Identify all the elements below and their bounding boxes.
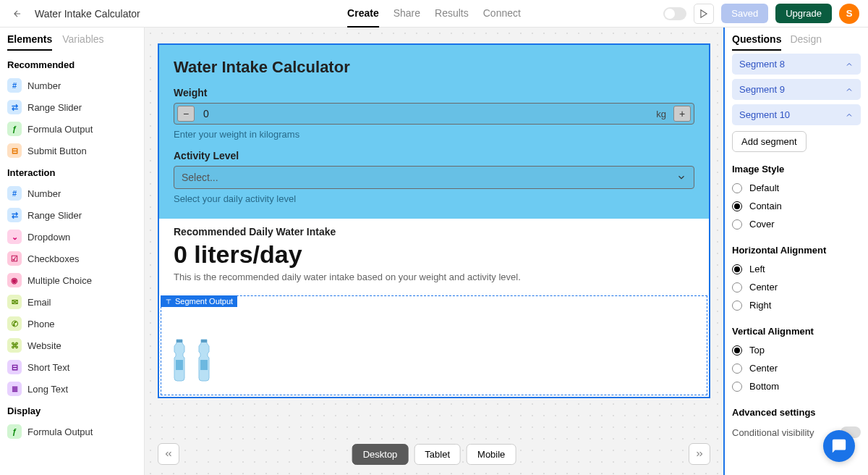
radio-label: Cover	[749, 219, 775, 230]
element-label: Range Slider	[27, 210, 82, 221]
segment-list: Segment 8Segment 9Segment 10	[725, 51, 868, 125]
radio-icon	[732, 264, 742, 274]
form-canvas[interactable]: Water Intake Calculator Weight − 0 kg + …	[158, 43, 710, 398]
device-desktop[interactable]: Desktop	[352, 444, 409, 465]
right-tab-questions[interactable]: Questions	[732, 33, 781, 51]
text-icon	[165, 298, 172, 305]
left-tabs: ElementsVariables	[0, 28, 144, 51]
device-mobile[interactable]: Mobile	[467, 444, 516, 465]
main-tab-share[interactable]: Share	[393, 0, 420, 28]
back-button[interactable]	[9, 5, 26, 22]
element-label: Formula Output	[27, 426, 93, 437]
radio-icon	[732, 282, 742, 293]
phone-icon: ✆	[7, 316, 22, 331]
svg-rect-3	[200, 360, 208, 370]
main-tab-connect[interactable]: Connect	[483, 0, 521, 28]
element-item-formula-output[interactable]: ƒFormula Output	[0, 118, 144, 140]
website-icon: ⌘	[7, 338, 22, 353]
image-style-option-contain[interactable]: Contain	[725, 197, 868, 215]
radio-icon	[732, 201, 742, 211]
element-item-number[interactable]: #Number	[0, 182, 144, 204]
device-tablet[interactable]: Tablet	[414, 444, 461, 465]
element-list: Recommended#Number⇄Range SliderƒFormula …	[0, 51, 144, 475]
element-item-checkboxes[interactable]: ☑Checkboxes	[0, 248, 144, 269]
element-item-short-text[interactable]: ⊟Short Text	[0, 356, 144, 378]
chevron-down-icon	[676, 172, 686, 182]
h-align-option-right[interactable]: Right	[725, 296, 868, 314]
segment-item[interactable]: Segment 9	[732, 79, 861, 100]
element-item-formula-output[interactable]: ƒFormula Output	[0, 421, 144, 442]
radio-label: Center	[749, 363, 778, 374]
radio-icon	[732, 219, 742, 230]
canvas-prev-button[interactable]	[158, 443, 179, 465]
canvas-next-button[interactable]	[689, 443, 710, 465]
main-tab-create[interactable]: Create	[347, 0, 379, 28]
formula-icon: ƒ	[7, 424, 22, 439]
weight-input[interactable]: − 0 kg +	[174, 103, 694, 125]
svg-rect-1	[176, 360, 183, 370]
number-icon: #	[7, 78, 22, 93]
h-align-heading: Horizontal Alignment	[725, 233, 868, 260]
avatar[interactable]: S	[839, 4, 859, 24]
element-item-phone[interactable]: ✆Phone	[0, 313, 144, 335]
form-title: Water Intake Calculator	[174, 58, 694, 77]
element-item-website[interactable]: ⌘Website	[0, 335, 144, 356]
result-label: Recommended Daily Water Intake	[174, 226, 694, 238]
preview-button[interactable]	[694, 4, 714, 24]
decrement-button[interactable]: −	[177, 106, 195, 122]
main-tabs: CreateShareResultsConnect	[347, 0, 521, 28]
left-tab-variables[interactable]: Variables	[62, 33, 103, 51]
activity-help: Select your daily activity level	[174, 193, 694, 204]
left-tab-elements[interactable]: Elements	[7, 33, 52, 51]
h-align-option-center[interactable]: Center	[725, 278, 868, 296]
topbar-actions: Saved Upgrade S	[663, 4, 859, 24]
longtext-icon: ≣	[7, 382, 22, 396]
element-item-dropdown[interactable]: ⌄Dropdown	[0, 226, 144, 248]
chat-fab[interactable]	[823, 430, 855, 462]
dropdown-icon: ⌄	[7, 230, 22, 244]
element-item-range-slider[interactable]: ⇄Range Slider	[0, 96, 144, 118]
h-align-option-left[interactable]: Left	[725, 260, 868, 278]
element-label: Formula Output	[27, 124, 93, 135]
right-tab-design[interactable]: Design	[790, 33, 822, 51]
v-align-option-bottom[interactable]: Bottom	[725, 377, 868, 395]
result-block: Recommended Daily Water Intake 0 liters/…	[159, 219, 709, 295]
v-align-option-center[interactable]: Center	[725, 359, 868, 377]
publish-toggle[interactable]	[663, 7, 686, 20]
add-segment-button[interactable]: Add segment	[732, 131, 807, 152]
form-block: Water Intake Calculator Weight − 0 kg + …	[159, 45, 709, 219]
svg-rect-4	[201, 340, 207, 342]
section-heading: Display	[0, 400, 144, 421]
v-align-option-top[interactable]: Top	[725, 341, 868, 359]
radio-label: Contain	[749, 201, 782, 211]
svg-rect-2	[176, 340, 182, 342]
email-icon: ✉	[7, 295, 22, 309]
segment-item[interactable]: Segment 8	[732, 54, 861, 75]
weight-value[interactable]: 0	[197, 108, 652, 119]
slider-icon: ⇄	[7, 208, 22, 222]
element-item-submit-button[interactable]: ⊟Submit Button	[0, 140, 144, 161]
radio-label: Left	[749, 264, 765, 274]
element-item-long-text[interactable]: ≣Long Text	[0, 378, 144, 400]
image-style-heading: Image Style	[725, 152, 868, 179]
element-item-range-slider[interactable]: ⇄Range Slider	[0, 204, 144, 226]
image-style-option-default[interactable]: Default	[725, 179, 868, 197]
segment-item[interactable]: Segment 10	[732, 104, 861, 125]
submit-icon: ⊟	[7, 143, 22, 158]
project-title[interactable]: Water Intake Calculator	[35, 8, 140, 20]
element-item-multiple-choice[interactable]: ◉Multiple Choice	[0, 269, 144, 291]
radio-label: Default	[749, 182, 779, 193]
main-tab-results[interactable]: Results	[435, 0, 469, 28]
upgrade-button[interactable]: Upgrade	[775, 4, 832, 23]
weight-help: Enter your weight in kilograms	[174, 129, 694, 140]
image-style-option-cover[interactable]: Cover	[725, 215, 868, 233]
element-item-number[interactable]: #Number	[0, 75, 144, 96]
increment-button[interactable]: +	[673, 106, 691, 122]
element-label: Dropdown	[27, 232, 70, 243]
segment-output-block[interactable]: Segment Output	[161, 295, 707, 395]
activity-select[interactable]: Select...	[174, 166, 694, 189]
element-item-email[interactable]: ✉Email	[0, 291, 144, 313]
element-label: Checkboxes	[27, 253, 80, 264]
saved-button[interactable]: Saved	[721, 4, 768, 23]
element-label: Submit Button	[27, 146, 87, 156]
